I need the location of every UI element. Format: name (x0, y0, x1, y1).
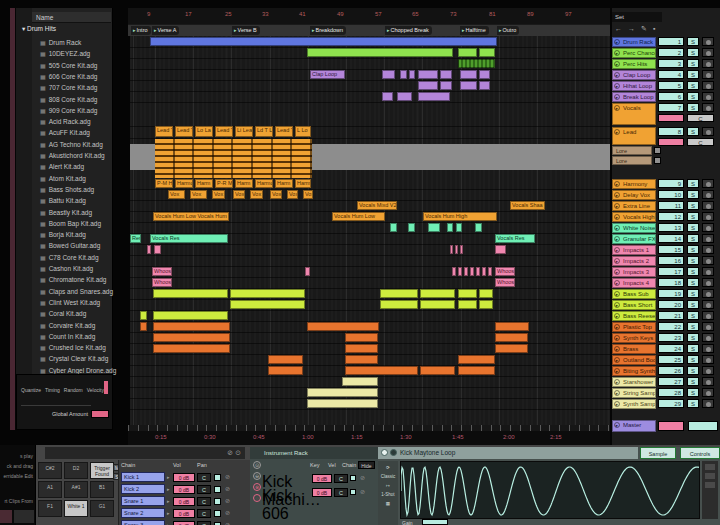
waveform-display[interactable] (400, 461, 700, 519)
chain-pan[interactable]: C (197, 521, 211, 525)
set-toolbar-icon[interactable]: ← (615, 25, 628, 32)
clip-impacts-1[interactable] (460, 245, 463, 254)
clip-bass-short[interactable] (420, 300, 455, 309)
quantize-tab[interactable]: Velocity (87, 387, 104, 393)
clip-impacts-3[interactable]: Whoosh (152, 267, 172, 276)
clip-plastic-top[interactable] (495, 322, 529, 331)
clip-hihat-loop[interactable] (418, 81, 438, 90)
arm-button[interactable] (702, 190, 714, 199)
arm-button[interactable] (702, 234, 714, 243)
clip-clap-loop[interactable] (440, 70, 452, 79)
clip-harmony[interactable]: P-R M (215, 179, 233, 188)
locator[interactable]: ▸Chopped Break (385, 26, 432, 35)
arm-button[interactable] (702, 388, 714, 397)
rack-side-icon[interactable]: ⊖ (253, 472, 261, 480)
clip-vocals-high[interactable]: Vocals Hum Low Vocals Hum Low (153, 212, 229, 221)
arm-button[interactable] (702, 70, 714, 79)
clip-vocals-high[interactable]: Vocals Hum High (423, 212, 497, 221)
track-activator-icon[interactable]: ▸ (614, 313, 620, 319)
browser-item[interactable]: ▦Coral Kit.adg (40, 308, 86, 319)
clip-lead[interactable]: Lead Ta (175, 126, 193, 137)
track-activator-icon[interactable]: ▸ (614, 258, 620, 264)
arm-button[interactable] (702, 37, 714, 46)
chain-volume[interactable]: 0 dB (173, 497, 195, 506)
browser-item[interactable]: ▦505 Core Kit.adg (40, 60, 97, 71)
track-activator-icon[interactable]: ▸ (614, 422, 620, 428)
chain-name[interactable]: Kick 1 (121, 472, 165, 482)
track-chip-brass[interactable]: ▸Brass (612, 344, 656, 354)
arm-button[interactable] (702, 201, 714, 210)
clip-synth-keys[interactable] (495, 333, 528, 342)
browser-item[interactable]: ▦Crushed Ice Kit.adg (40, 342, 106, 353)
clip-plastic-top[interactable] (153, 322, 230, 331)
arm-button[interactable] (702, 278, 714, 287)
rack-column-header[interactable]: Vel (328, 462, 336, 468)
set-toolbar-icon[interactable]: → (628, 25, 641, 32)
locator-strip[interactable]: ▸Intro▸Verse A▸Verse B▸Breakdown▸Chopped… (128, 24, 610, 36)
set-toolbar-icon[interactable]: ▪ (653, 25, 661, 32)
clip-clap-loop[interactable]: Clap Loop (310, 70, 345, 79)
gain-value-chip[interactable] (422, 519, 448, 525)
browser-item[interactable]: ▦Claps and Snares.adg (40, 286, 113, 297)
chain-pan[interactable]: C (197, 473, 211, 482)
clip-impacts-4[interactable]: Whoosh (152, 278, 172, 287)
browser-item[interactable]: ▦C78 Core Kit.adg (40, 252, 99, 263)
track-chip-drum-rack[interactable]: ▸Drum Rack (612, 37, 656, 47)
drum-pad-white-1[interactable]: White 1 (64, 500, 88, 517)
solo-button[interactable]: S (687, 81, 699, 90)
clip-impacts-1[interactable] (154, 245, 161, 254)
track-chip-collapsed[interactable]: Lore (612, 146, 652, 155)
chain-volume[interactable]: 0 dB (173, 509, 195, 518)
solo-button[interactable]: S (687, 256, 699, 265)
clip-harmony[interactable]: Harmo (175, 179, 193, 188)
track-chip-granular-fx[interactable]: ▸Granular FX (612, 234, 656, 244)
clip-synth-keys[interactable] (345, 333, 378, 342)
rack-chain-send[interactable] (350, 475, 356, 481)
track-chip-bass-short[interactable]: ▸Bass Short (612, 300, 656, 310)
clip-perc-chance[interactable] (458, 48, 477, 57)
clip-delay-vox[interactable]: Vox (250, 190, 263, 199)
solo-button[interactable]: S (687, 377, 699, 386)
arm-button[interactable] (702, 212, 714, 221)
track-volume[interactable] (658, 114, 684, 122)
instrument-rack-title[interactable]: Instrument Rack (250, 447, 378, 459)
track-activator-icon[interactable]: ▸ (614, 83, 620, 89)
browser-item[interactable]: ▦808 Core Kit.adg (40, 94, 97, 105)
clip-break-loop[interactable] (382, 92, 393, 101)
solo-button[interactable]: S (687, 201, 699, 210)
rack-chain-send[interactable] (350, 489, 356, 495)
clip-clap-loop[interactable] (479, 70, 490, 79)
solo-button[interactable]: S (687, 190, 699, 199)
rack-chain-hot-swap-icon[interactable]: ⊘ (360, 474, 365, 481)
set-label[interactable]: Set (612, 12, 662, 22)
track-activator-icon[interactable]: ▸ (614, 50, 620, 56)
clip-biting-synth[interactable] (268, 366, 303, 375)
clip-lead[interactable]: Ld T L (255, 126, 273, 137)
track-activator-icon[interactable]: ▸ (614, 214, 620, 220)
browser-item[interactable]: ▦909 Core Kit.adg (40, 105, 97, 116)
track-chip-starshower-pad[interactable]: ▸Starshower Pad (612, 377, 656, 387)
rack-side-icon[interactable]: ⊗ (253, 483, 261, 491)
track-activator-icon[interactable]: ▸ (614, 225, 620, 231)
drum-rack-title-bar[interactable]: ⊘ ⊙ (45, 447, 245, 459)
track-activator-icon[interactable]: ▸ (614, 401, 620, 407)
clip-impacts-3[interactable] (458, 267, 462, 276)
drum-pad-b1[interactable]: B1 (90, 481, 114, 498)
collapsed-track-button[interactable] (654, 157, 661, 164)
arm-button[interactable] (702, 223, 714, 232)
browser-item[interactable]: ▦Drum Rack (40, 37, 81, 48)
chain-name[interactable]: Kick 2 (121, 484, 165, 494)
track-activator-icon[interactable]: ▸ (614, 72, 620, 78)
track-activator-icon[interactable]: ▸ (614, 269, 620, 275)
track-activator-icon[interactable]: ▸ (614, 181, 620, 187)
track-chip-delay-vox[interactable]: ▸Delay Vox (612, 190, 656, 200)
track-chip-outland-body[interactable]: ▸Outland Body (612, 355, 656, 365)
master-pan[interactable] (688, 421, 718, 431)
clip-drum-rack[interactable] (150, 37, 497, 46)
track-activator-icon[interactable]: ▸ (614, 357, 620, 363)
clip-lead[interactable]: L Lo (295, 126, 311, 137)
browser-item[interactable]: ▦10DEYEZ.adg (40, 48, 90, 59)
browser-name-header[interactable]: Name (32, 12, 111, 23)
clip-clap-loop[interactable] (460, 70, 477, 79)
browser-item[interactable]: ▦Boom Bap Kit.adg (40, 218, 101, 229)
